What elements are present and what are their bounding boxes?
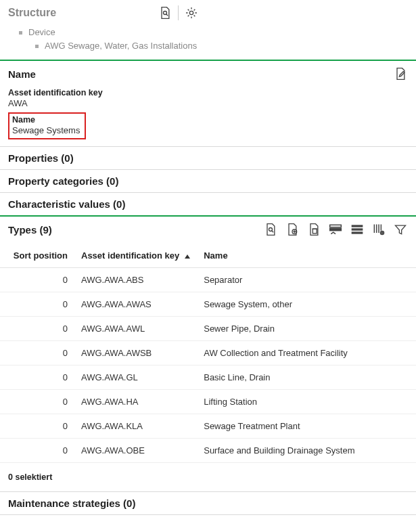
name-field-label: Name xyxy=(12,115,82,125)
svg-rect-10 xyxy=(330,225,342,227)
columns-settings-icon[interactable] xyxy=(371,222,386,237)
cell-key: AWG.AWA.AWSB xyxy=(74,341,197,365)
properties-heading: Properties (0) xyxy=(8,152,74,164)
table-row[interactable]: 0AWG.AWA.HALifting Station xyxy=(0,390,416,414)
cell-sort: 0 xyxy=(0,341,74,365)
cell-key: AWG.AWA.GL xyxy=(74,365,197,390)
cell-key: AWG.AWA.AWL xyxy=(74,317,197,341)
page-search-icon[interactable] xyxy=(158,5,172,20)
table-row[interactable]: 0AWG.AWA.GLBasic Line, Drain xyxy=(0,365,416,390)
filter-icon[interactable] xyxy=(393,222,408,237)
svg-rect-13 xyxy=(352,228,363,230)
sort-ascending-icon xyxy=(185,254,190,259)
selection-status: 0 selektiert xyxy=(0,463,416,491)
tree-item-child[interactable]: AWG Sewage, Water, Gas Installations xyxy=(35,39,416,53)
cell-name: Sewage Treatment Plant xyxy=(197,414,416,439)
table-row[interactable]: 0AWG.AWA.OBESurface and Building Drainag… xyxy=(0,439,416,463)
divider xyxy=(178,5,179,20)
page-add-icon[interactable] xyxy=(285,222,300,237)
svg-rect-12 xyxy=(352,225,363,227)
tree-item-root[interactable]: Device xyxy=(19,26,416,39)
cell-sort: 0 xyxy=(0,365,74,390)
asset-key-value: AWA xyxy=(8,98,408,108)
cell-name: Sewer Pipe, Drain xyxy=(197,317,416,341)
property-categories-section-header[interactable]: Property categories (0) xyxy=(0,170,416,192)
svg-line-4 xyxy=(272,231,274,233)
cell-name: Lifting Station xyxy=(197,390,416,414)
name-field-value: Sewage Systems xyxy=(12,125,82,135)
tree-item-label: Device xyxy=(28,27,55,37)
cell-key: AWG.AWA.OBE xyxy=(74,439,197,463)
settings-gear-icon[interactable] xyxy=(184,5,199,20)
select-all-icon[interactable] xyxy=(328,222,343,237)
types-actions xyxy=(263,222,408,237)
types-table: Sort position Asset identification key N… xyxy=(0,245,416,463)
cell-sort: 0 xyxy=(0,390,74,414)
svg-line-1 xyxy=(166,14,168,16)
cell-sort: 0 xyxy=(0,268,74,292)
cell-key: AWG.AWA.AWAS xyxy=(74,292,197,317)
cell-key: AWG.AWA.KLA xyxy=(74,414,197,439)
name-details: Asset identification key AWA Name Sewage… xyxy=(0,87,416,146)
name-section-header: Name xyxy=(0,61,416,87)
divider xyxy=(0,514,416,515)
structure-title: Structure xyxy=(8,7,56,19)
cell-key: AWG.AWA.HA xyxy=(74,390,197,414)
table-row[interactable]: 0AWG.AWA.AWASSewage System, other xyxy=(0,292,416,317)
characteristic-values-section-header[interactable]: Characteristic values (0) xyxy=(0,193,416,215)
svg-rect-14 xyxy=(352,231,363,234)
cell-sort: 0 xyxy=(0,414,74,439)
cell-sort: 0 xyxy=(0,317,74,341)
col-name[interactable]: Name xyxy=(197,245,416,268)
asset-key-label: Asset identification key xyxy=(8,88,408,97)
page-delete-icon[interactable] xyxy=(306,222,321,237)
cell-sort: 0 xyxy=(0,292,74,317)
maintenance-strategies-section-header[interactable]: Maintenance strategies (0) xyxy=(0,492,416,514)
properties-section-header[interactable]: Properties (0) xyxy=(0,147,416,169)
cell-key: AWG.AWA.ABS xyxy=(74,268,197,292)
tree-item-label: AWG Sewage, Water, Gas Installations xyxy=(45,41,197,51)
structure-actions xyxy=(158,5,199,20)
property-categories-heading: Property categories (0) xyxy=(8,175,118,187)
types-heading: Types (9) xyxy=(8,224,52,236)
table-row[interactable]: 0AWG.AWA.ABSSeparator xyxy=(0,268,416,292)
col-asset-key[interactable]: Asset identification key xyxy=(74,245,197,268)
table-header-row: Sort position Asset identification key N… xyxy=(0,245,416,268)
cell-name: Sewage System, other xyxy=(197,292,416,317)
svg-rect-8 xyxy=(313,229,317,234)
structure-tree: Device AWG Sewage, Water, Gas Installati… xyxy=(0,24,416,60)
cell-sort: 0 xyxy=(0,439,74,463)
svg-rect-11 xyxy=(330,228,342,230)
edit-page-icon[interactable] xyxy=(393,66,408,81)
cell-name: Basic Line, Drain xyxy=(197,365,416,390)
name-highlight-box: Name Sewage Systems xyxy=(8,112,86,139)
cell-name: AW Collection and Treatment Facility xyxy=(197,341,416,365)
table-row[interactable]: 0AWG.AWA.AWLSewer Pipe, Drain xyxy=(0,317,416,341)
maintenance-strategies-heading: Maintenance strategies (0) xyxy=(8,497,135,509)
name-heading: Name xyxy=(8,68,36,80)
page-search-icon[interactable] xyxy=(263,222,278,237)
svg-point-2 xyxy=(189,11,193,14)
list-rows-icon[interactable] xyxy=(350,222,365,237)
table-row[interactable]: 0AWG.AWA.AWSBAW Collection and Treatment… xyxy=(0,341,416,365)
name-actions xyxy=(393,66,408,81)
cell-name: Surface and Building Drainage System xyxy=(197,439,416,463)
types-section-header: Types (9) xyxy=(0,217,416,242)
cell-name: Separator xyxy=(197,268,416,292)
characteristic-values-heading: Characteristic values (0) xyxy=(8,198,125,210)
table-row[interactable]: 0AWG.AWA.KLASewage Treatment Plant xyxy=(0,414,416,439)
structure-header: Structure xyxy=(0,0,416,24)
col-sort-position[interactable]: Sort position xyxy=(0,245,74,268)
